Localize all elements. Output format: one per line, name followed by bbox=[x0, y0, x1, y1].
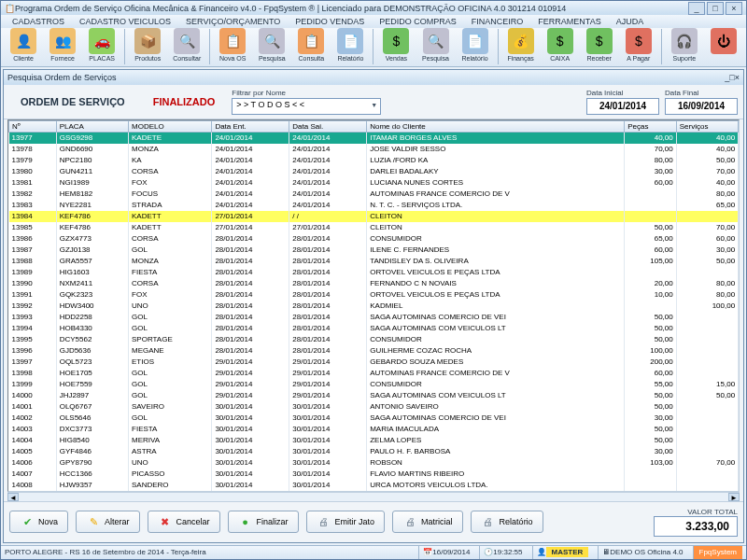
tb-exit[interactable]: ⏻ bbox=[705, 28, 742, 66]
tb-novaos[interactable]: 📋Nova OS bbox=[214, 28, 251, 66]
cell: 80,00 bbox=[676, 278, 738, 289]
tb-pesquisa[interactable]: 🔍Pesquisa bbox=[416, 28, 454, 66]
cell: FOX bbox=[129, 289, 212, 301]
tb-caixa[interactable]: $CAIXA bbox=[542, 28, 579, 66]
col-header[interactable]: Nome do Cliente bbox=[367, 120, 625, 132]
table-row[interactable]: 13999HOE7559GOL29/01/201429/01/2014CONSU… bbox=[9, 379, 740, 390]
tb-cliente[interactable]: 👤Cliente bbox=[5, 28, 42, 66]
tb-consulta[interactable]: 📋Consulta bbox=[292, 28, 330, 66]
table-row[interactable]: 13981NGI1989FOX24/01/201424/01/2014LUCIA… bbox=[9, 177, 740, 189]
table-row[interactable]: 13977GSG9298KADETE24/01/201424/01/2014IT… bbox=[9, 132, 740, 144]
minimize-button[interactable]: _ bbox=[688, 2, 705, 15]
menu-pedidovendas[interactable]: PEDIDO VENDAS bbox=[288, 15, 372, 28]
cancelar-button[interactable]: ✖Cancelar bbox=[148, 511, 220, 533]
cell: ILENE C. FERNANDES bbox=[367, 245, 625, 256]
table-row[interactable]: 13991GQK2323FOX28/01/201428/01/2014ORTOV… bbox=[9, 289, 740, 301]
table-row[interactable]: 13994HOB4330GOL28/01/201428/01/2014SAGA … bbox=[9, 323, 740, 334]
table-row[interactable]: 13996GJD5636MEGANE28/01/201428/01/2014GU… bbox=[9, 345, 740, 357]
menu-cadastroveiculos[interactable]: CADASTRO VEICULOS bbox=[72, 15, 178, 28]
col-header[interactable]: Data Ent. bbox=[212, 120, 289, 132]
date-end-input[interactable]: 16/09/2014 bbox=[665, 98, 738, 115]
finalizar-button[interactable]: ●Finalizar bbox=[228, 511, 299, 533]
menu-pedidocompras[interactable]: PEDIDO COMPRAS bbox=[372, 15, 464, 28]
table-row[interactable]: 13993HDD2258GOL28/01/201428/01/2014SAGA … bbox=[9, 312, 740, 323]
cell: TANDISLEY DA S. OLIVEIRA bbox=[367, 256, 625, 267]
cell: HIG8540 bbox=[56, 435, 128, 446]
col-header[interactable]: PLACA bbox=[56, 120, 128, 132]
table-row[interactable]: 14004HIG8540MERIVA30/01/201430/01/2014ZE… bbox=[9, 435, 740, 446]
table-row[interactable]: 14003DXC3773FIESTA30/01/201430/01/2014MA… bbox=[9, 424, 740, 435]
cell: 70,00 bbox=[625, 144, 676, 155]
tb-finanas[interactable]: 💰Finanças bbox=[502, 28, 540, 66]
table-row[interactable]: 13979NPC2180KA24/01/201424/01/2014LUZIA … bbox=[9, 155, 740, 166]
menu-ferramentas[interactable]: FERRAMENTAS bbox=[530, 15, 608, 28]
h-scrollbar[interactable]: ◄► bbox=[7, 492, 740, 501]
menu-ajuda[interactable]: AJUDA bbox=[609, 15, 652, 28]
orders-grid[interactable]: NºPLACAMODELOData Ent.Data Sai.Nome do C… bbox=[7, 119, 740, 492]
cell: 30/01/2014 bbox=[289, 413, 367, 424]
table-row[interactable]: 13987GZJ0138GOL28/01/201428/01/2014ILENE… bbox=[9, 245, 740, 256]
cell: 30/01/2014 bbox=[212, 401, 289, 413]
tb-relatrio[interactable]: 📄Relatório bbox=[331, 28, 369, 66]
table-row[interactable]: 13985KEF4786KADETT27/01/201427/01/2014CL… bbox=[9, 222, 740, 233]
menu-financeiro[interactable]: FINANCEIRO bbox=[464, 15, 531, 28]
table-row[interactable]: 14001OLQ6767SAVEIRO30/01/201430/01/2014A… bbox=[9, 401, 740, 413]
tb-consultar[interactable]: 🔍Consultar bbox=[168, 28, 205, 66]
date-start-input[interactable]: 24/01/2014 bbox=[586, 98, 659, 115]
matricial-button[interactable]: 🖨Matricial bbox=[392, 511, 463, 533]
alterar-button[interactable]: ✎Alterar bbox=[76, 511, 140, 533]
cell: DARLEI BADALAKY bbox=[367, 166, 625, 177]
col-header[interactable]: MODELO bbox=[129, 120, 212, 132]
cell: CONSUMIDOR bbox=[367, 233, 625, 245]
col-header[interactable]: Desconto bbox=[739, 120, 740, 132]
table-row[interactable]: 14002OLS5646GOL30/01/201430/01/2014SAGA … bbox=[9, 413, 740, 424]
tb-suporte[interactable]: 🎧Suporte bbox=[666, 28, 703, 66]
table-row[interactable]: 14005GYF4846ASTRA30/01/201430/01/2014PAU… bbox=[9, 446, 740, 457]
col-header[interactable]: Peças bbox=[625, 120, 676, 132]
table-row[interactable]: 13986GZX4773CORSA28/01/201428/01/2014CON… bbox=[9, 233, 740, 245]
tb-placas[interactable]: 🚗PLACAS bbox=[83, 28, 120, 66]
table-row[interactable]: 13983NYE2281STRADA24/01/201424/01/2014N.… bbox=[9, 200, 740, 211]
table-row[interactable]: 13984KEF4786KADETT27/01/2014/ /CLEITONAg… bbox=[9, 211, 740, 222]
tb-receber[interactable]: $Receber bbox=[581, 28, 618, 66]
maximize-button[interactable]: □ bbox=[707, 2, 724, 15]
col-header[interactable]: Data Sai. bbox=[289, 120, 367, 132]
table-row[interactable]: 14007HCC1366PICASSO30/01/201430/01/2014F… bbox=[9, 469, 740, 480]
table-row[interactable]: 13978GND6690MONZA24/01/201424/01/2014JOS… bbox=[9, 144, 740, 155]
cell bbox=[739, 446, 740, 457]
tb-fornece[interactable]: 👥Fornece bbox=[44, 28, 81, 66]
menu-cadastros[interactable]: CADASTROS bbox=[5, 15, 72, 28]
tb-produtos[interactable]: 📦Produtos bbox=[129, 28, 166, 66]
tb-pesquisa[interactable]: 🔍Pesquisa bbox=[253, 28, 290, 66]
table-row[interactable]: 13992HDW3400UNO28/01/201428/01/2014KADMI… bbox=[9, 301, 740, 312]
close-button[interactable]: × bbox=[726, 2, 742, 15]
table-row[interactable]: 13990NXM2411CORSA28/01/201428/01/2014FER… bbox=[9, 278, 740, 289]
emitir-jato-button[interactable]: 🖨Emitir Jato bbox=[306, 511, 386, 533]
table-row[interactable]: 14008HJW9357SANDERO30/01/201430/01/2014U… bbox=[9, 480, 740, 491]
cell: ITAMAR BORGES ALVES bbox=[367, 132, 625, 144]
cell: 13987 bbox=[9, 245, 57, 256]
table-row[interactable]: 13988GRA5557MONZA28/01/201428/01/2014TAN… bbox=[9, 256, 740, 267]
col-header[interactable]: Serviços bbox=[676, 120, 738, 132]
nova-button[interactable]: ✔Nova bbox=[9, 511, 68, 533]
cell bbox=[625, 469, 676, 480]
relatorio-button[interactable]: 🖨Relatório bbox=[471, 511, 543, 533]
table-row[interactable]: 14006GPY8790UNO30/01/201430/01/2014ROBSO… bbox=[9, 457, 740, 469]
col-header[interactable]: Nº bbox=[9, 120, 57, 132]
tb-vendas[interactable]: $Vendas bbox=[377, 28, 415, 66]
filter-name-dropdown[interactable]: > > T O D O S < < bbox=[232, 98, 381, 115]
cell: 29/01/2014 bbox=[289, 379, 367, 390]
cell: KA bbox=[129, 155, 212, 166]
table-row[interactable]: 13980GUN4211CORSA24/01/201424/01/2014DAR… bbox=[9, 166, 740, 177]
table-row[interactable]: 13989HIG1603FIESTA28/01/201428/01/2014OR… bbox=[9, 267, 740, 278]
table-row[interactable]: 14000JHJ2897GOL29/01/201429/01/2014SAGA … bbox=[9, 390, 740, 401]
table-row[interactable]: 13997OQL5723ETIOS29/01/201429/01/2014GEB… bbox=[9, 357, 740, 368]
menu-serviooramento[interactable]: SERVIÇO/ORÇAMENTO bbox=[178, 15, 288, 28]
table-row[interactable]: 13998HOE1705GOL29/01/201429/01/2014AUTOM… bbox=[9, 368, 740, 379]
table-row[interactable]: 13995DCY5562SPORTAGE28/01/201428/01/2014… bbox=[9, 334, 740, 345]
status-user: MASTER bbox=[546, 547, 589, 557]
sub-close-button[interactable]: × bbox=[735, 73, 740, 82]
table-row[interactable]: 13982HEM8182FOCUS24/01/201424/01/2014AUT… bbox=[9, 189, 740, 200]
tb-relatrio[interactable]: 📄Relatório bbox=[457, 28, 494, 66]
tb-apagar[interactable]: $A Pagar bbox=[620, 28, 657, 66]
